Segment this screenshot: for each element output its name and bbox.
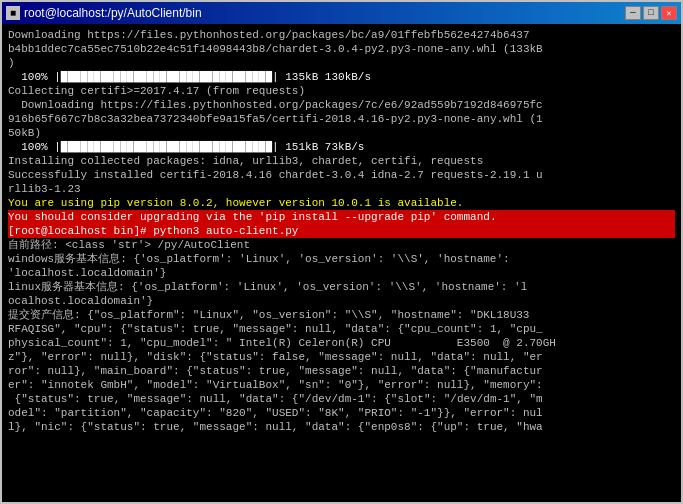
terminal-output: Downloading https://files.pythonhosted.o… xyxy=(8,28,675,434)
terminal-line: RFAQISG", "cpu": {"status": true, "messa… xyxy=(8,322,675,336)
terminal-line: Collecting certifi>=2017.4.17 (from requ… xyxy=(8,84,675,98)
terminal-line: Downloading https://files.pythonhosted.o… xyxy=(8,98,675,112)
terminal-window: ■ root@localhost:/py/AutoClient/bin ─ □ … xyxy=(0,0,683,504)
title-bar: ■ root@localhost:/py/AutoClient/bin ─ □ … xyxy=(2,2,681,24)
terminal-line: [root@localhost bin]# python3 auto-clien… xyxy=(8,224,675,238)
terminal-body[interactable]: Downloading https://files.pythonhosted.o… xyxy=(2,24,681,502)
terminal-line: 自前路径: <class 'str'> /py/AutoClient xyxy=(8,238,675,252)
terminal-line: Successfully installed certifi-2018.4.16… xyxy=(8,168,675,182)
terminal-line: ror": null}, "main_board": {"status": tr… xyxy=(8,364,675,378)
terminal-line: Downloading https://files.pythonhosted.o… xyxy=(8,28,675,42)
terminal-line: {"status": true, "message": null, "data"… xyxy=(8,392,675,406)
maximize-button[interactable]: □ xyxy=(643,6,659,20)
terminal-line: b4bb1ddec7ca55ec7510b22e4c51f14098443b8/… xyxy=(8,42,675,56)
terminal-line: 'localhost.localdomain'} xyxy=(8,266,675,280)
terminal-line: er": "innotek GmbH", "model": "VirtualBo… xyxy=(8,378,675,392)
terminal-line: 50kB) xyxy=(8,126,675,140)
terminal-line: ocalhost.localdomain'} xyxy=(8,294,675,308)
terminal-line: 提交资产信息: {"os_platform": "Linux", "os_ver… xyxy=(8,308,675,322)
close-button[interactable]: ✕ xyxy=(661,6,677,20)
terminal-line: windows服务基本信息: {'os_platform': 'Linux', … xyxy=(8,252,675,266)
terminal-line: 100% |████████████████████████████████| … xyxy=(8,70,675,84)
terminal-line: 916b65f667c7b8c3a32bea7372340bfe9a15fa5/… xyxy=(8,112,675,126)
terminal-line: rllib3-1.23 xyxy=(8,182,675,196)
terminal-line: ) xyxy=(8,56,675,70)
window-icon: ■ xyxy=(6,6,20,20)
terminal-line: z"}, "error": null}, "disk": {"status": … xyxy=(8,350,675,364)
terminal-line: 100% |████████████████████████████████| … xyxy=(8,140,675,154)
title-bar-left: ■ root@localhost:/py/AutoClient/bin xyxy=(6,6,202,20)
terminal-line: odel": "partition", "capacity": "820", "… xyxy=(8,406,675,420)
minimize-button[interactable]: ─ xyxy=(625,6,641,20)
terminal-line: linux服务器基本信息: {'os_platform': 'Linux', '… xyxy=(8,280,675,294)
terminal-line: physical_count": 1, "cpu_model": " Intel… xyxy=(8,336,675,350)
terminal-line: You should consider upgrading via the 'p… xyxy=(8,210,675,224)
title-buttons: ─ □ ✕ xyxy=(625,6,677,20)
window-title: root@localhost:/py/AutoClient/bin xyxy=(24,6,202,20)
terminal-line: l}, "nic": {"status": true, "message": n… xyxy=(8,420,675,434)
terminal-line: Installing collected packages: idna, url… xyxy=(8,154,675,168)
terminal-line: You are using pip version 8.0.2, however… xyxy=(8,196,675,210)
